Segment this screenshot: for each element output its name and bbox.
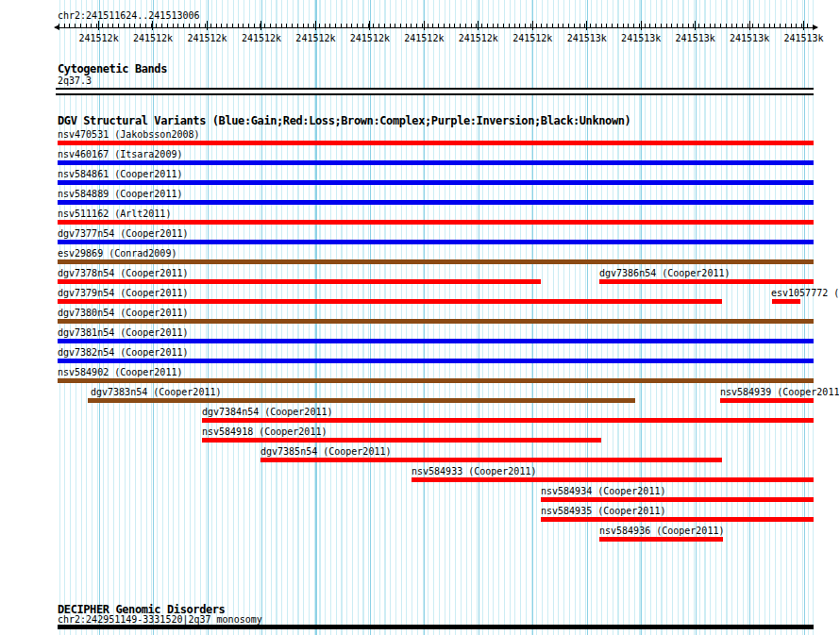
ruler-tick-label: 241512k [239,33,284,44]
dgv-section-title: DGV Structural Variants (Blue:Gain;Red:L… [58,115,630,127]
ruler-tick-label: 241512k [185,33,230,44]
variant-bar[interactable] [202,438,601,443]
variant-bar[interactable] [58,200,814,205]
variant-bar[interactable] [412,477,814,482]
variant-label[interactable]: dgv7383n54 (Cooper2011) [91,387,221,398]
variant-label[interactable]: dgv7384n54 (Cooper2011) [202,407,332,418]
ruler-tick-label: 241512k [401,33,446,44]
variant-label[interactable]: dgv7380n54 (Cooper2011) [58,308,188,319]
variant-label[interactable]: nsv511162 (Arlt2011) [58,209,171,220]
variant-bar[interactable] [58,259,814,264]
variant-bar[interactable] [260,458,722,462]
variant-bar[interactable] [88,398,635,403]
ruler-tick-label: 241512k [293,33,338,44]
ruler-tick-label: 241513k [781,33,827,44]
variant-label[interactable]: nsv584889 (Cooper2011) [58,189,182,200]
ruler-tick-label: 241512k [347,33,393,44]
ruler-left-arrow-icon [54,25,59,30]
variant-bar[interactable] [599,537,723,542]
genome-browser-view: chr2:241511624..241513006 241512k241512k… [0,0,840,635]
variant-bar[interactable] [720,398,814,403]
ruler-tick-label: 241513k [564,33,610,44]
variant-label[interactable]: dgv7381n54 (Cooper2011) [58,327,188,339]
cytogenetic-band-feature[interactable] [56,88,814,95]
ruler-tick-label: 241513k [618,33,664,44]
ruler-major-ticks [98,21,809,30]
ruler-tick-label: 241512k [130,33,176,44]
decipher-feature-bar[interactable] [58,625,814,629]
variant-bar[interactable] [58,180,814,185]
variant-bar[interactable] [58,339,814,343]
variant-label[interactable]: esv29869 (Conrad2009) [58,248,176,259]
variant-bar[interactable] [58,279,541,284]
variant-label[interactable]: esv1057772 ( [771,288,839,299]
variant-label[interactable]: nsv584902 (Cooper2011) [58,367,182,378]
ruler-axis-line [55,27,817,28]
variant-bar[interactable] [58,378,814,383]
variant-label[interactable]: dgv7385n54 (Cooper2011) [260,446,391,458]
variant-label[interactable]: dgv7382n54 (Cooper2011) [58,347,188,359]
variant-label[interactable]: nsv584861 (Cooper2011) [58,169,182,180]
variant-label[interactable]: nsv584933 (Cooper2011) [412,466,536,477]
ruler-tick-label: 241512k [76,33,122,44]
variant-bar[interactable] [772,299,800,304]
ruler-tick-label: 241513k [673,33,718,44]
variant-label[interactable]: dgv7378n54 (Cooper2011) [58,268,188,279]
variant-bar[interactable] [58,319,814,324]
variant-label[interactable]: nsv584936 (Cooper2011) [599,526,724,537]
ruler-tick-label: 241512k [456,33,501,44]
variant-label[interactable]: dgv7377n54 (Cooper2011) [58,228,188,240]
variant-label[interactable]: nsv460167 (Itsara2009) [58,149,182,160]
cytogenetic-band-label: 2q37.3 [58,75,92,87]
ruler-tick-label: 241513k [727,33,772,44]
ruler-right-arrow-icon [813,25,818,30]
variant-bar[interactable] [58,240,814,244]
variant-label[interactable]: dgv7386n54 (Cooper2011) [599,268,730,279]
variant-bar[interactable] [58,141,814,145]
variant-bar[interactable] [58,160,814,165]
variant-label[interactable]: nsv470531 (Jakobsson2008) [58,129,200,141]
variant-bar[interactable] [202,418,814,423]
variant-bar[interactable] [58,299,722,304]
variant-label[interactable]: nsv584918 (Cooper2011) [202,426,327,438]
ruler-tick-label: 241512k [510,33,555,44]
variant-bar[interactable] [599,279,814,284]
variant-label[interactable]: nsv584934 (Cooper2011) [541,486,665,497]
variant-bar[interactable] [541,517,814,522]
variant-label[interactable]: nsv584935 (Cooper2011) [541,506,665,517]
cytogenetic-section-title: Cytogenetic Bands [58,63,167,75]
variant-bar[interactable] [58,220,814,225]
variant-bar[interactable] [58,359,814,363]
variant-label[interactable]: nsv584939 (Cooper2011 [720,387,839,398]
variant-bar[interactable] [541,497,814,502]
variant-label[interactable]: dgv7379n54 (Cooper2011) [58,288,188,299]
